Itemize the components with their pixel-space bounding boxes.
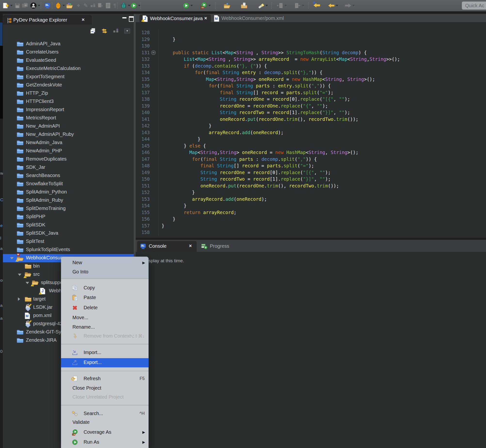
editor-tab-java[interactable]: J!WebhookConsumer.java× xyxy=(139,15,211,22)
tree-item-splitdemotraining[interactable]: SplitDemoTraining xyxy=(3,205,134,213)
code-line: 155 return arrayRecord; xyxy=(136,209,486,216)
editor-tab-pom[interactable]: MWebhookConsumer/pom.xml xyxy=(211,15,279,22)
tree-item-splitadmin-python[interactable]: SplitAdmin_Python xyxy=(3,188,134,196)
tree-item-label: AdminAPI_Java xyxy=(26,41,60,47)
marker-pen-icon[interactable] xyxy=(257,2,265,9)
tree-item-metricsreport[interactable]: MetricsReport xyxy=(3,114,134,122)
tree-item-sdk-jar[interactable]: SDK_Jar xyxy=(3,163,134,172)
menu-item-import-[interactable]: Import... xyxy=(61,348,148,357)
new-wizard-dropdown-icon[interactable] xyxy=(10,5,13,6)
tree-item-newadmin-php[interactable]: NewAdmin_PHP xyxy=(3,147,134,155)
fold-collapse-icon[interactable]: − xyxy=(151,50,156,55)
menu-item-copy[interactable]: Copy xyxy=(61,284,148,293)
background-text-fragment: l xyxy=(0,236,1,241)
menu-item-validate[interactable]: Validate xyxy=(61,418,148,427)
marker-pen-dropdown-icon[interactable] xyxy=(266,5,268,6)
folder-tasks-icon[interactable] xyxy=(66,2,74,9)
folder-blue-icon xyxy=(16,247,24,253)
save-icon xyxy=(14,2,21,9)
code-line: 146 Map<String,String> oneRecord = new H… xyxy=(136,149,486,156)
tree-item-new-adminapi[interactable]: New_AdminAPI xyxy=(3,122,134,130)
chevron-down-icon[interactable] xyxy=(18,274,21,276)
tree-item-splitsdk[interactable]: SplitSDK xyxy=(3,221,134,229)
minimize-view-icon[interactable] xyxy=(122,17,126,18)
new-wizard-icon[interactable] xyxy=(2,2,10,9)
tree-item-splitadmin-ruby[interactable]: SplitAdmin_Ruby xyxy=(3,196,134,205)
line-number: 147 xyxy=(136,156,150,162)
menu-item-label: Import... xyxy=(84,350,101,355)
tree-item-adminapi-java[interactable]: AdminAPI_Java xyxy=(3,40,134,48)
tree-item-snowflaketosplit[interactable]: SnowflakeToSplit xyxy=(3,180,134,188)
tree-item-httpclient3[interactable]: HTTPClient3 xyxy=(3,98,134,106)
menu-item-close-project[interactable]: Close Project xyxy=(61,384,148,393)
code-text: arrayRecord.add(oneRecord); xyxy=(158,196,267,202)
tab-pydev-package-explorer[interactable]: PyDev Package Explorer × xyxy=(3,15,92,25)
run-last-dropdown-icon[interactable] xyxy=(190,5,193,6)
tree-item-new-adminapi-ruby[interactable]: New_AdminAPI_Ruby xyxy=(3,130,134,139)
user-profile-dropdown-icon[interactable] xyxy=(38,5,40,6)
code-line: 141 oneRecord.put(recordOne.trim(), reco… xyxy=(136,116,486,122)
close-icon[interactable]: × xyxy=(189,243,192,249)
menu-item-coverage-as[interactable]: Coverage As▶ xyxy=(61,428,148,437)
close-icon[interactable]: × xyxy=(204,16,207,21)
menu-item-move-[interactable]: Move... xyxy=(61,313,148,323)
menu-item-export-[interactable]: Export... xyxy=(61,358,148,367)
beetle-icon[interactable] xyxy=(120,2,127,9)
back-star-icon[interactable]: ✳ xyxy=(313,2,321,9)
coverage-icon[interactable] xyxy=(200,2,208,9)
console-icon[interactable] xyxy=(44,2,51,9)
link-editor-icon[interactable] xyxy=(101,27,108,35)
close-icon[interactable]: × xyxy=(82,17,85,23)
tree-item-exporttosegment[interactable]: ExportToSegment xyxy=(3,73,134,81)
chevron-right-icon[interactable] xyxy=(18,297,20,301)
line-number: 132 xyxy=(136,56,150,63)
folder-blue-icon xyxy=(16,98,24,105)
tree-item-removeduplicates[interactable]: RemoveDuplicates xyxy=(3,155,134,163)
menu-item-search-[interactable]: Search...^H xyxy=(61,409,148,418)
console-tab-progress[interactable]: Progress xyxy=(198,241,249,252)
folder-clipboard-icon[interactable] xyxy=(240,2,248,9)
quick-access-box[interactable]: Quick Ac xyxy=(462,1,486,10)
folder-open-icon[interactable] xyxy=(223,2,231,9)
maximize-view-icon[interactable] xyxy=(129,16,134,22)
code-line: 143 arrayRecord.add(oneRecord); xyxy=(136,129,486,136)
tree-item-searchbeacons[interactable]: SearchBeacons xyxy=(3,172,134,180)
tree-item-impressionreport[interactable]: ImpressionReport xyxy=(3,106,134,114)
task-bug-icon[interactable] xyxy=(54,2,62,9)
menu-item-refresh[interactable]: ⟳RefreshF5 xyxy=(61,374,148,384)
tree-item-splunktosplitevents[interactable]: SplunkToSplitEvents xyxy=(3,246,134,254)
line-number: 143 xyxy=(136,129,150,136)
run-icon[interactable] xyxy=(130,2,138,9)
coverage-dropdown-icon[interactable] xyxy=(208,5,211,6)
tree-item-splittest[interactable]: SplitTest xyxy=(3,238,134,246)
menu-item-go-into[interactable]: Go Into xyxy=(61,268,148,277)
menu-separator xyxy=(61,405,148,405)
tree-item-evaluateseed[interactable]: EvaluateSeed xyxy=(3,56,134,65)
console-tab-console[interactable]: Console× xyxy=(137,241,197,252)
tree-item-splitphp[interactable]: SplitPHP xyxy=(3,213,134,221)
collapse-all-icon[interactable] xyxy=(90,27,97,35)
chevron-down-icon[interactable] xyxy=(26,282,29,284)
tree-item-getzendeskvote[interactable]: GetZendeskVote xyxy=(3,81,134,89)
menu-item-delete[interactable]: Delete xyxy=(61,304,148,313)
menu-item-new[interactable]: New▶ xyxy=(61,258,148,268)
tree-item-newadmin-java[interactable]: NewAdmin_Java xyxy=(3,139,134,147)
menu-item-rename-[interactable]: Rename... xyxy=(61,323,148,332)
view-menu-icon[interactable]: ▾ xyxy=(123,27,131,35)
task-bug-dropdown-icon[interactable] xyxy=(63,5,65,6)
line-number: 130 xyxy=(136,42,150,49)
user-profile-icon[interactable] xyxy=(30,2,37,9)
menu-item-paste[interactable]: Paste xyxy=(61,293,148,303)
tree-item-http-zip[interactable]: HTTP_Zip xyxy=(3,89,134,98)
code-editor[interactable]: 128 129 }130 131− public static List<Map… xyxy=(136,22,486,238)
run-last-icon[interactable] xyxy=(182,2,190,9)
tree-item-executemetriccalculation[interactable]: ExecuteMetricCalculation xyxy=(3,65,134,73)
tree-item-splitsdk-java[interactable]: SplitSDK_Java xyxy=(3,229,134,238)
menu-item-shortcut: F5 xyxy=(139,376,145,381)
back-icon[interactable] xyxy=(328,2,335,9)
back-dropdown-icon[interactable] xyxy=(336,5,338,6)
menu-item-run-as[interactable]: Run As▶ xyxy=(61,438,148,447)
chevron-down-icon[interactable] xyxy=(10,257,14,259)
focus-gray-icon[interactable] xyxy=(113,27,120,35)
tree-item-correlateusers[interactable]: CorrelateUsers xyxy=(3,48,134,56)
